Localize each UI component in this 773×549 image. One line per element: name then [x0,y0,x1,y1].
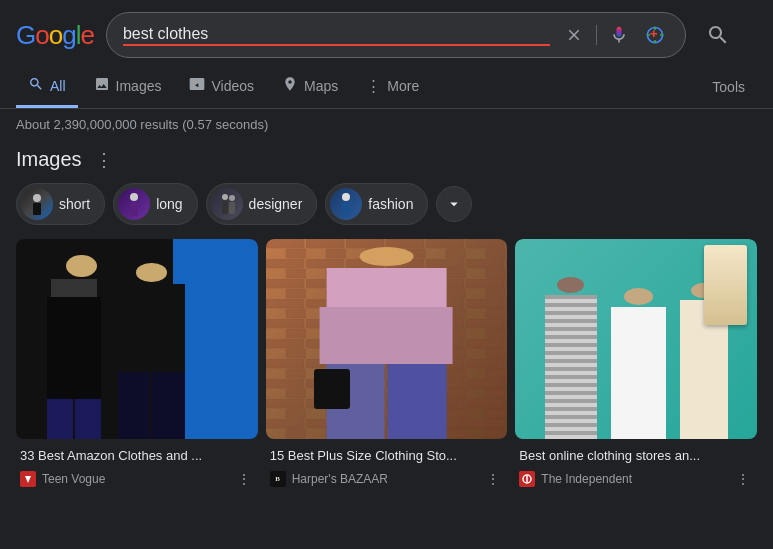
svg-rect-9 [342,202,350,215]
image-source-3: The Independent ⋮ [519,469,753,489]
images-title: Images [16,148,82,171]
image-placeholder-2 [266,239,508,439]
head1 [66,255,97,277]
image-title-2: 15 Best Plus Size Clothing Sto... [270,447,504,465]
body3-2 [611,307,666,439]
results-count: About 2,390,000,000 results (0.57 second… [0,109,773,140]
tab-all[interactable]: All [16,66,78,108]
image-thumb-2 [266,239,508,439]
tab-more[interactable]: ⋮ More [354,67,431,108]
tab-maps-label: Maps [304,78,338,94]
image-title-1: 33 Best Amazon Clothes and ... [20,447,254,465]
image-thumb-1 [16,239,258,439]
search-submit-button[interactable] [698,15,738,55]
source-left-3: The Independent [519,471,632,487]
images-icon [94,76,110,95]
search-underline [123,44,550,46]
image-info-1: 33 Best Amazon Clothes and ... Teen Vogu… [16,439,258,491]
filter-chips: short long [16,183,757,225]
image-placeholder-3 [515,239,757,439]
legs2 [118,372,186,439]
more-options-2[interactable]: ⋮ [483,469,503,489]
body2 [118,284,186,372]
clothing-item [704,245,748,325]
voice-search-button[interactable] [605,21,633,49]
image-info-3: Best online clothing stores an... The In… [515,439,757,491]
chip-avatar-fashion [330,188,362,220]
head3-1 [557,277,584,293]
more-options-1[interactable]: ⋮ [234,469,254,489]
tools-button[interactable]: Tools [700,69,757,105]
image-card-1[interactable]: 33 Best Amazon Clothes and ... Teen Vogu… [16,239,258,491]
svg-point-0 [33,194,41,202]
filter-chip-short[interactable]: short [16,183,105,225]
svg-rect-1 [33,203,41,215]
header: Google best clothes [0,0,773,66]
images-more-button[interactable]: ⋮ [94,150,114,170]
body3-1 [545,295,597,439]
chip-fashion-label: fashion [368,196,413,212]
nav-tabs: All Images Videos Maps ⋮ More Tools [0,66,773,109]
all-icon [28,76,44,95]
source-left-2: B Harper's BAZAAR [270,471,388,487]
top-2 [326,268,447,306]
chip-designer-label: designer [249,196,303,212]
filter-chip-designer[interactable]: designer [206,183,318,225]
svg-rect-3 [130,202,138,216]
svg-rect-7 [229,202,235,214]
svg-point-6 [229,195,235,201]
more-dots-icon: ⋮ [366,77,381,95]
tools-label: Tools [712,79,745,95]
image-info-2: 15 Best Plus Size Clothing Sto... B Harp… [266,439,508,491]
images-section: Images ⋮ short [0,140,773,499]
tab-all-label: All [50,78,66,94]
source-name-1: Teen Vogue [42,472,105,486]
svg-point-4 [222,194,228,200]
tab-maps[interactable]: Maps [270,66,350,108]
svg-rect-5 [222,201,228,214]
mid-2 [320,307,453,365]
bazaar-favicon: B [270,471,286,487]
image-placeholder-1 [16,239,258,439]
image-card-3[interactable]: Best online clothing stores an... The In… [515,239,757,491]
svg-point-8 [342,193,350,201]
filter-chip-long[interactable]: long [113,183,197,225]
videos-icon [189,76,205,95]
tab-images[interactable]: Images [82,66,174,108]
google-logo[interactable]: Google [16,20,94,51]
filter-chip-fashion[interactable]: fashion [325,183,428,225]
image-grid: 33 Best Amazon Clothes and ... Teen Vogu… [16,239,757,491]
search-bar-icons [560,21,669,49]
search-bar[interactable]: best clothes [106,12,686,58]
clear-button[interactable] [560,21,588,49]
person2 [118,263,186,439]
more-options-3[interactable]: ⋮ [733,469,753,489]
legs1 [47,399,101,439]
person3-2 [606,288,671,439]
independent-favicon [519,471,535,487]
head2 [136,263,166,282]
chip-avatar-designer [211,188,243,220]
expand-filters-button[interactable] [436,186,472,222]
chip-avatar-long [118,188,150,220]
shoulders1 [51,279,97,297]
search-input[interactable]: best clothes [123,25,550,43]
tab-more-label: More [387,78,419,94]
image-card-2[interactable]: 15 Best Plus Size Clothing Sto... B Harp… [266,239,508,491]
tab-videos-label: Videos [211,78,254,94]
person3-1 [538,277,603,439]
image-source-2: B Harper's BAZAAR ⋮ [270,469,504,489]
images-header: Images ⋮ [16,148,757,171]
head-2 [359,247,413,266]
chip-long-label: long [156,196,182,212]
chip-avatar-short [21,188,53,220]
image-source-1: Teen Vogue ⋮ [20,469,254,489]
tab-videos[interactable]: Videos [177,66,266,108]
image-thumb-3 [515,239,757,439]
lens-button[interactable] [641,21,669,49]
source-left-1: Teen Vogue [20,471,105,487]
source-name-2: Harper's BAZAAR [292,472,388,486]
bag [314,369,350,409]
tab-images-label: Images [116,78,162,94]
person-2 [326,247,447,439]
